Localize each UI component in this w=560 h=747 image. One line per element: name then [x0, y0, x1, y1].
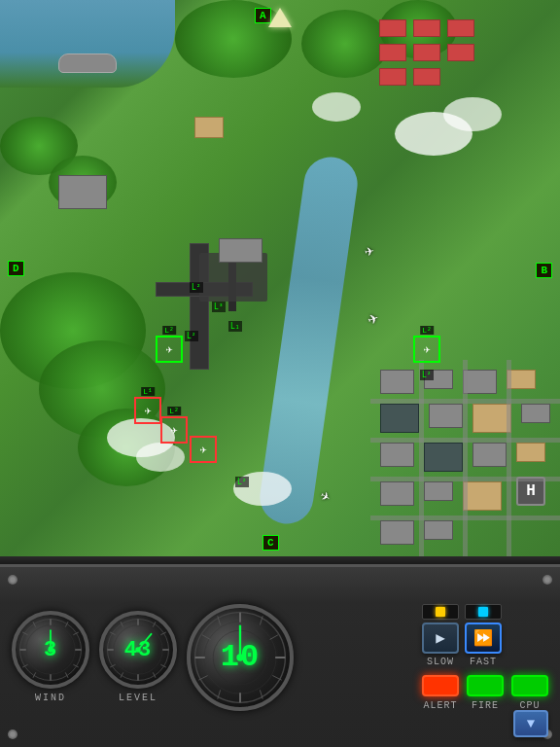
- fast-indicator-dot: [478, 607, 488, 617]
- cpu-light[interactable]: [511, 675, 548, 696]
- time-gauge-container: 10: [187, 604, 294, 711]
- level-gauge-container: 43 LEVEL: [99, 611, 177, 703]
- building-red-2: [413, 19, 440, 37]
- aircraft-label-2: L¹: [141, 387, 155, 396]
- slow-icon: ▶: [436, 628, 445, 648]
- map-area[interactable]: H A B C D L² ✈ L¹ ✈: [0, 0, 560, 564]
- screw-bl: [8, 729, 18, 739]
- time-gauge: 10: [187, 604, 294, 711]
- fast-indicator: [465, 604, 502, 620]
- sector-b: B: [536, 263, 552, 278]
- wind-value: 3: [44, 638, 57, 662]
- control-panel: 3 WIND: [0, 564, 560, 747]
- scroll-down-icon: ▼: [527, 716, 535, 731]
- fire-label: FIRE: [472, 700, 499, 711]
- alert-light[interactable]: [422, 675, 459, 696]
- fast-button[interactable]: ⏩: [465, 622, 502, 654]
- urban-area: H: [370, 360, 560, 564]
- right-controls: ▶ SLOW ⏩ FAST ALERT: [422, 604, 548, 711]
- fire-light[interactable]: [467, 675, 504, 696]
- level-gauge: 43: [99, 611, 177, 689]
- aircraft-symbol-2: ✈: [144, 404, 151, 418]
- alert-group: ALERT: [422, 675, 459, 711]
- building-red-8: [413, 68, 440, 86]
- aircraft-symbol-3: ✈: [170, 423, 177, 438]
- sea-area: [0, 0, 175, 88]
- ship: [58, 53, 117, 73]
- aircraft-symbol-1: ✈: [165, 342, 172, 357]
- building-red-1: [379, 19, 406, 37]
- structure-mid: [194, 117, 224, 138]
- slow-indicator: [422, 604, 459, 620]
- building-red-6: [447, 44, 474, 61]
- cloud-1b: [136, 443, 185, 472]
- building-red-5: [413, 44, 440, 61]
- speed-controls: ▶ SLOW ⏩ FAST: [422, 604, 548, 667]
- forest-top2: [301, 10, 389, 78]
- fast-label: FAST: [470, 657, 497, 667]
- aircraft-symbol-4: ✈: [199, 443, 206, 457]
- time-value: 10: [221, 639, 260, 675]
- fire-group: FIRE: [467, 675, 504, 711]
- aircraft-symbol-5: ✈: [423, 342, 430, 357]
- level-label: LEVEL: [119, 693, 158, 703]
- cloud-2b: [443, 97, 502, 131]
- scroll-down-button[interactable]: ▼: [513, 710, 548, 737]
- level-label-5: L²: [235, 477, 249, 487]
- level-label-2: L²: [190, 282, 203, 293]
- fast-group: ⏩ FAST: [465, 604, 502, 667]
- cpu-label: CPU: [519, 700, 540, 711]
- aircraft-label-1: L²: [162, 326, 176, 335]
- slow-label: SLOW: [427, 657, 454, 667]
- alert-label: ALERT: [423, 700, 457, 711]
- svg-line-44: [202, 634, 210, 639]
- building-red-7: [379, 68, 406, 86]
- map-bottom-border: [0, 556, 560, 564]
- aircraft-red-2[interactable]: L² ✈: [160, 416, 188, 444]
- building-red-4: [379, 44, 406, 61]
- terminal: [219, 238, 262, 263]
- aircraft-red-3[interactable]: ✈: [190, 436, 217, 463]
- helipad-label: H: [526, 482, 536, 500]
- wind-gauge: 3: [12, 611, 89, 689]
- wind-label: WIND: [35, 693, 66, 703]
- aircraft-red-1[interactable]: L¹ ✈: [134, 397, 161, 424]
- screw-tr: [542, 575, 552, 585]
- slow-group: ▶ SLOW: [422, 604, 459, 667]
- wind-gauge-container: 3 WIND: [12, 611, 89, 703]
- level-label-6: L²: [420, 370, 434, 380]
- aircraft-green-1[interactable]: L² ✈: [156, 336, 183, 363]
- sector-d: D: [8, 261, 24, 276]
- structure-left: [58, 175, 107, 209]
- cpu-group: CPU: [511, 675, 548, 711]
- slow-indicator-dot: [436, 607, 445, 617]
- aircraft-green-2[interactable]: L² ✈: [413, 336, 440, 363]
- sector-c: C: [262, 535, 279, 551]
- fast-icon: ⏩: [473, 628, 493, 648]
- direction-arrow-up: [268, 8, 292, 27]
- building-red-3: [447, 19, 474, 37]
- aircraft-label-3: L²: [167, 407, 181, 415]
- slow-button[interactable]: ▶: [422, 622, 459, 654]
- level-label-1: L²: [185, 331, 198, 341]
- screw-tl: [8, 575, 18, 585]
- level-value: 43: [124, 638, 152, 662]
- cloud-4: [312, 92, 361, 122]
- level-label-4: L₁: [228, 321, 242, 332]
- svg-line-40: [270, 634, 278, 639]
- status-indicators: ALERT FIRE CPU: [422, 675, 548, 711]
- level-label-3: L³: [212, 302, 226, 312]
- aircraft-label-5: L²: [420, 326, 434, 335]
